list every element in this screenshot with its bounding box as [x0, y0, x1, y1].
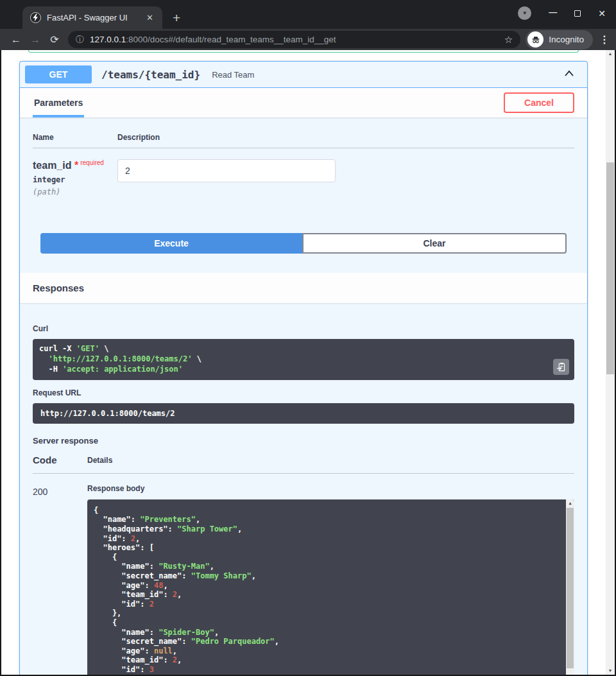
maximize-icon[interactable] [574, 10, 581, 17]
parameter-location: (path) [33, 187, 117, 196]
new-tab-icon[interactable]: + [173, 11, 180, 24]
request-url-block: http://127.0.0.1:8000/teams/2 [33, 403, 574, 424]
page-scrollbar-thumb[interactable] [606, 162, 614, 374]
previous-opblock-edge [28, 50, 579, 53]
required-label: required [80, 159, 104, 166]
tab-title: FastAPI - Swagger UI [47, 13, 138, 22]
parameters-header: Parameters Cancel [20, 88, 587, 117]
execute-button[interactable]: Execute [40, 233, 302, 254]
parameter-row: team_id *required integer (path) [33, 148, 574, 196]
parameter-value-cell [117, 159, 336, 196]
incognito-label: Incognito [549, 35, 584, 44]
response-body-block: { "name": "Preventers", "headquarters": … [87, 499, 574, 675]
opblock-get-team: GET /teams/{team_id} Read Team Parameter… [19, 61, 588, 675]
parameter-name: team_id *required [33, 159, 117, 171]
description-column-header: Description [117, 133, 160, 142]
clear-button[interactable]: Clear [302, 233, 567, 254]
server-response-row: 200 Response body { "name": "Preventers"… [33, 474, 574, 675]
fastapi-favicon-icon [30, 12, 41, 23]
menu-icon[interactable]: ⋮ [599, 33, 610, 46]
server-response-label: Server response [33, 436, 574, 446]
collapse-button[interactable] [560, 66, 578, 83]
response-scrollbar-thumb[interactable] [567, 508, 574, 668]
method-badge: GET [25, 65, 92, 83]
swagger-page: GET /teams/{team_id} Read Team Parameter… [0, 50, 616, 676]
minimize-icon[interactable]: — [549, 7, 557, 17]
tab-parameters[interactable]: Parameters [33, 88, 84, 117]
page-scroll-up-icon[interactable]: ▲ [606, 50, 615, 58]
clipboard-icon [556, 362, 566, 372]
code-column-header: Code [33, 455, 87, 465]
forward-icon[interactable]: → [26, 34, 45, 46]
cancel-button[interactable]: Cancel [504, 92, 574, 113]
bookmark-star-icon[interactable]: ☆ [504, 34, 513, 46]
browser-toolbar: ← → ⟳ ⓘ 127.0.0.1:8000/docs#/default/rea… [0, 29, 616, 50]
chrome-update-icon[interactable]: ▼ [518, 6, 531, 20]
parameter-meta: team_id *required integer (path) [33, 159, 117, 196]
scroll-up-icon[interactable]: ▲ [566, 499, 574, 507]
browser-tab[interactable]: FastAPI - Swagger UI ✕ [22, 6, 162, 29]
reload-icon[interactable]: ⟳ [45, 33, 64, 46]
endpoint-path: /teams/{team_id} [101, 69, 200, 81]
required-asterisk: * [74, 160, 78, 171]
parameters-body: Name Description team_id *required integ… [20, 117, 587, 233]
window-controls: ▼ — ✕ [518, 6, 606, 20]
url-path: :8000/docs#/default/read_team_teams__tea… [126, 35, 336, 44]
details-column-header: Details [87, 455, 112, 465]
curl-command: curl -X 'GET' \ 'http://127.0.0.1:8000/t… [39, 344, 201, 374]
opblock-summary[interactable]: GET /teams/{team_id} Read Team [20, 62, 587, 88]
page-scrollbar[interactable]: ▲ ▼ [606, 50, 615, 675]
server-response-table-header: Code Details [33, 455, 574, 474]
chevron-up-icon [563, 67, 576, 79]
url-text: 127.0.0.1:8000/docs#/default/read_team_t… [90, 35, 499, 44]
endpoint-summary: Read Team [212, 70, 560, 80]
window-close-icon[interactable]: ✕ [598, 8, 606, 19]
request-url-label: Request URL [33, 388, 574, 397]
site-info-icon[interactable]: ⓘ [76, 34, 84, 46]
incognito-badge: Incognito [526, 30, 593, 49]
curl-label: Curl [33, 324, 48, 333]
server-response-table: Code Details 200 Response body { "name":… [33, 455, 574, 675]
responses-header: Responses [20, 273, 587, 303]
copy-to-clipboard-button[interactable] [553, 359, 569, 375]
tab-close-icon[interactable]: ✕ [144, 13, 156, 22]
back-icon[interactable]: ← [6, 34, 26, 46]
page-scroll-down-icon[interactable]: ▼ [606, 667, 615, 675]
response-details: Response body { "name": "Preventers", "h… [87, 482, 574, 675]
response-scrollbar[interactable]: ▲ [566, 499, 574, 675]
parameter-type: integer [33, 175, 117, 184]
address-bar[interactable]: ⓘ 127.0.0.1:8000/docs#/default/read_team… [68, 31, 520, 48]
parameters-table-header: Name Description [33, 133, 574, 148]
response-body-label: Response body [87, 484, 144, 493]
tab-bar: FastAPI - Swagger UI ✕ + ▼ — ✕ [0, 0, 616, 29]
browser-window: FastAPI - Swagger UI ✕ + ▼ — ✕ ← → ⟳ ⓘ 1… [0, 0, 616, 676]
page-content: GET /teams/{team_id} Read Team Parameter… [1, 50, 606, 675]
execute-row: Execute Clear [20, 233, 587, 254]
name-column-header: Name [33, 133, 117, 142]
url-host: 127.0.0.1 [90, 35, 126, 44]
status-code: 200 [33, 482, 87, 675]
response-body-json: { "name": "Preventers", "headquarters": … [94, 506, 279, 675]
responses-body: Curl curl -X 'GET' \ 'http://127.0.0.1:8… [20, 303, 587, 675]
curl-command-block: curl -X 'GET' \ 'http://127.0.0.1:8000/t… [33, 339, 574, 379]
team-id-input[interactable] [117, 159, 336, 182]
incognito-icon [527, 31, 543, 48]
